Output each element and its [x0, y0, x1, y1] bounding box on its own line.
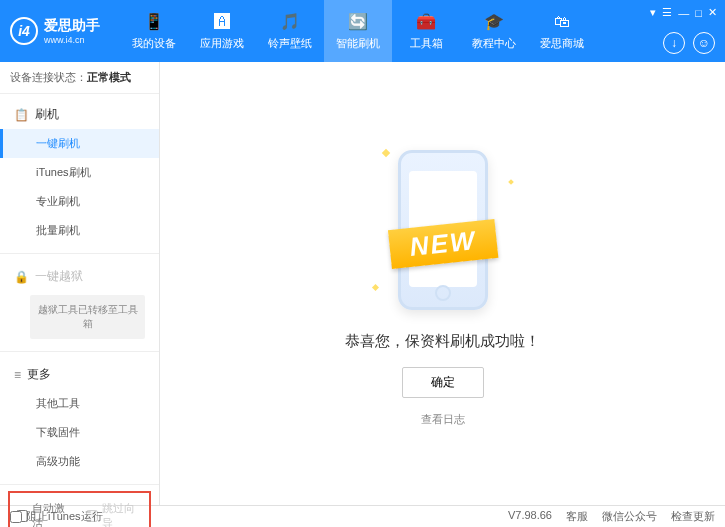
- grid-icon[interactable]: ☰: [662, 6, 672, 19]
- user-icons: ↓ ☺: [663, 32, 715, 54]
- group-1[interactable]: 🔒一键越狱: [0, 262, 159, 291]
- side-item-0-3[interactable]: 批量刷机: [0, 216, 159, 245]
- side-item-2-0[interactable]: 其他工具: [0, 389, 159, 418]
- nav-icon: 🅰: [212, 12, 232, 32]
- sidebar: 设备连接状态：正常模式 📋刷机一键刷机iTunes刷机专业刷机批量刷机🔒一键越狱…: [0, 62, 160, 505]
- nav-6[interactable]: 🛍爱思商城: [528, 0, 596, 62]
- logo-icon: i4: [10, 17, 38, 45]
- success-message: 恭喜您，保资料刷机成功啦！: [345, 332, 540, 351]
- nav-3[interactable]: 🔄智能刷机: [324, 0, 392, 62]
- nav-icon: 🛍: [552, 12, 572, 32]
- menu-icon[interactable]: ▾: [650, 6, 656, 19]
- close-icon[interactable]: ✕: [708, 6, 717, 19]
- wechat-link[interactable]: 微信公众号: [602, 509, 657, 524]
- side-item-0-0[interactable]: 一键刷机: [0, 129, 159, 158]
- group-2[interactable]: ≡更多: [0, 360, 159, 389]
- minimize-icon[interactable]: —: [678, 7, 689, 19]
- window-controls: ▾ ☰ — □ ✕: [650, 6, 717, 19]
- maximize-icon[interactable]: □: [695, 7, 702, 19]
- side-item-2-1[interactable]: 下载固件: [0, 418, 159, 447]
- nav-icon: 📱: [144, 12, 164, 32]
- titlebar: i4 爱思助手 www.i4.cn 📱我的设备🅰应用游戏🎵铃声壁纸🔄智能刷机🧰工…: [0, 0, 725, 62]
- nav-0[interactable]: 📱我的设备: [120, 0, 188, 62]
- nav-4[interactable]: 🧰工具箱: [392, 0, 460, 62]
- top-nav: 📱我的设备🅰应用游戏🎵铃声壁纸🔄智能刷机🧰工具箱🎓教程中心🛍爱思商城: [120, 0, 596, 62]
- ok-button[interactable]: 确定: [402, 367, 484, 398]
- main-content: NEW 恭喜您，保资料刷机成功啦！ 确定 查看日志: [160, 62, 725, 505]
- user-icon[interactable]: ☺: [693, 32, 715, 54]
- nav-icon: 🎵: [280, 12, 300, 32]
- app-name: 爱思助手: [44, 17, 100, 35]
- update-link[interactable]: 检查更新: [671, 509, 715, 524]
- nav-icon: 🔄: [348, 12, 368, 32]
- group-0[interactable]: 📋刷机: [0, 100, 159, 129]
- side-item-0-1[interactable]: iTunes刷机: [0, 158, 159, 187]
- download-icon[interactable]: ↓: [663, 32, 685, 54]
- nav-icon: 🎓: [484, 12, 504, 32]
- side-note: 越狱工具已转移至工具箱: [30, 295, 145, 339]
- app-url: www.i4.cn: [44, 35, 100, 45]
- block-itunes-checkbox[interactable]: 阻止iTunes运行: [10, 509, 103, 524]
- nav-5[interactable]: 🎓教程中心: [460, 0, 528, 62]
- support-link[interactable]: 客服: [566, 509, 588, 524]
- side-item-0-2[interactable]: 专业刷机: [0, 187, 159, 216]
- connection-status: 设备连接状态：正常模式: [0, 62, 159, 94]
- logo: i4 爱思助手 www.i4.cn: [0, 17, 120, 45]
- nav-icon: 🧰: [416, 12, 436, 32]
- version-label: V7.98.66: [508, 509, 552, 524]
- nav-2[interactable]: 🎵铃声壁纸: [256, 0, 324, 62]
- view-log-link[interactable]: 查看日志: [421, 412, 465, 427]
- success-illustration: NEW: [353, 140, 533, 320]
- side-item-2-2[interactable]: 高级功能: [0, 447, 159, 476]
- nav-1[interactable]: 🅰应用游戏: [188, 0, 256, 62]
